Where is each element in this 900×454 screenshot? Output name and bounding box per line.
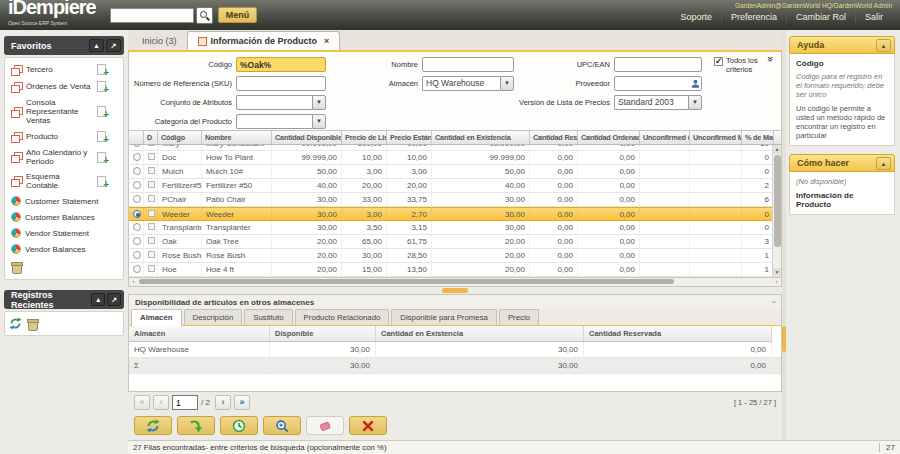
howto-collapse-button[interactable]: ▲	[876, 157, 891, 170]
history-button[interactable]	[220, 416, 258, 435]
availability-tab[interactable]: Precio	[499, 309, 539, 325]
col-nombre[interactable]: Nombre	[202, 131, 272, 144]
availability-tab[interactable]: Producto Relacionado	[295, 309, 390, 325]
new-record-icon[interactable]	[96, 176, 107, 187]
availability-row[interactable]: HQ Warehouse 30,00 30,00 0,00	[129, 342, 781, 358]
person-icon[interactable]	[691, 79, 700, 88]
collapse-search-icon[interactable]: »	[766, 56, 774, 62]
first-page-button[interactable]: «	[134, 395, 150, 410]
availability-tab[interactable]: Descripción	[184, 309, 243, 325]
table-row[interactable]: Transplanter Transplanter 30,00 3,50 3,1…	[129, 221, 781, 235]
tab-home[interactable]: Inicio (3)	[132, 32, 187, 50]
global-search-input[interactable]	[110, 8, 194, 23]
row-checkbox[interactable]	[148, 251, 155, 258]
col-codigo[interactable]: Código	[158, 131, 202, 144]
scroll-right-icon[interactable]: ›	[772, 278, 781, 285]
close-tab-icon[interactable]: ×	[324, 36, 329, 46]
new-record-icon[interactable]	[96, 131, 107, 142]
codigo-input[interactable]	[236, 57, 326, 72]
favorite-item[interactable]: Órdenes de Venta	[7, 78, 121, 95]
table-row[interactable]: Mulch Mulch 10# 50,00 3,00 3,00 50,00 0,…	[129, 165, 781, 179]
table-row[interactable]: Doc How To Plant 99.999,00 10,00 10,00 9…	[129, 151, 781, 165]
scroll-down-icon[interactable]: ▼	[773, 268, 781, 277]
row-radio[interactable]	[133, 237, 141, 245]
row-radio[interactable]	[133, 195, 141, 203]
favorite-report-item[interactable]: Vendor Balances	[7, 241, 121, 257]
new-record-icon[interactable]	[96, 64, 107, 75]
previous-page-button[interactable]: ‹	[153, 395, 169, 410]
availability-row[interactable]: Σ 30,00 30,00 0,00	[129, 358, 781, 374]
cancel-button[interactable]	[349, 416, 387, 435]
row-radio[interactable]	[133, 145, 141, 147]
sku-input[interactable]	[236, 76, 326, 91]
favorite-item[interactable]: Esquema Contable	[7, 169, 121, 193]
table-row[interactable]: Fertilizer#50 Fertilizer #50 40,00 20,00…	[129, 179, 781, 193]
help-collapse-button[interactable]: ▲	[876, 39, 891, 52]
row-checkbox[interactable]	[148, 145, 155, 146]
row-radio[interactable]	[133, 153, 141, 161]
row-radio[interactable]	[133, 251, 141, 259]
topbar-link[interactable]: Cambiar Rol	[786, 12, 855, 22]
chevron-down-icon[interactable]: ›	[769, 301, 779, 304]
col-reservada[interactable]: Cantidad Reservada	[530, 131, 578, 144]
row-checkbox[interactable]	[148, 167, 155, 174]
favorite-item[interactable]: Año Calendario y Periodo	[7, 145, 121, 169]
availability-tab[interactable]: Sustituto	[244, 309, 292, 325]
chevron-down-icon[interactable]: ▼	[688, 95, 702, 110]
row-checkbox[interactable]	[148, 223, 155, 230]
hscroll-thumb[interactable]	[139, 279, 674, 284]
topbar-link[interactable]: Salir	[855, 12, 892, 22]
col-select-all[interactable]: D	[144, 131, 158, 144]
refresh-icon[interactable]	[9, 317, 22, 330]
search-button[interactable]	[196, 7, 213, 24]
col-precio-estandar[interactable]: Precio Estándar	[387, 131, 432, 144]
col-existencia[interactable]: Cantidad en Existencia	[432, 131, 530, 144]
confirm-button[interactable]	[177, 416, 215, 435]
favorite-item[interactable]: Tercero	[7, 61, 121, 78]
scroll-left-icon[interactable]: ‹	[129, 278, 138, 285]
last-page-button[interactable]: »	[234, 395, 250, 410]
proveedor-input[interactable]	[614, 76, 702, 91]
nombre-input[interactable]	[422, 57, 514, 72]
almacen-select[interactable]: HQ Warehouse▼	[422, 76, 514, 91]
col-unconfirmed-move[interactable]: Unconfirmed Move	[690, 131, 742, 144]
availability-tab[interactable]: Disponible para Promesa	[391, 309, 497, 325]
recent-expand-icon[interactable]: ↗	[107, 293, 121, 306]
col-precio-lista[interactable]: Precio de Lista	[342, 131, 387, 144]
favorite-item[interactable]: Consola Representante Ventas	[7, 95, 121, 128]
chevron-down-icon[interactable]: ▼	[312, 95, 326, 110]
col-margen[interactable]: % de Margen	[742, 131, 774, 144]
new-record-icon[interactable]	[96, 106, 107, 117]
all-criteria-checkbox[interactable]	[714, 57, 723, 66]
tab-product-info[interactable]: Información de Producto ×	[187, 31, 341, 50]
favorite-report-item[interactable]: Customer Statement	[7, 193, 121, 209]
vertical-scrollbar[interactable]: ▲ ▼	[772, 145, 781, 277]
col-unconfirmed-qty[interactable]: Unconfirmed Qty	[640, 131, 690, 144]
menu-button[interactable]: Menú	[218, 7, 258, 23]
table-row[interactable]: Rose Bush Rose Bush 20,00 30,00 28,50 20…	[129, 249, 781, 263]
table-row[interactable]: Hoe Hoe 4 ft 20,00 15,00 13,50 20,00 0,0…	[129, 263, 781, 277]
row-radio[interactable]	[133, 223, 141, 231]
page-number-input[interactable]	[172, 395, 198, 410]
favorites-trash-icon[interactable]	[11, 261, 21, 272]
table-row[interactable]: Weeder Weeder 30,00 3,00 2,70 30,00 0,00…	[129, 207, 781, 221]
next-page-button[interactable]: ›	[215, 395, 231, 410]
recent-trash-icon[interactable]	[27, 318, 37, 329]
howto-product-info-link[interactable]: Información de Producto	[796, 191, 888, 209]
row-radio[interactable]	[133, 181, 141, 189]
scroll-thumb[interactable]	[774, 155, 781, 247]
favorites-expand-icon[interactable]: ↗	[106, 39, 121, 52]
favorite-item[interactable]: Producto	[7, 128, 121, 145]
recent-collapse-button[interactable]: ▴	[91, 293, 105, 306]
table-row[interactable]: PChair Patio Chair 30,00 33,00 33,75 30,…	[129, 193, 781, 207]
row-checkbox[interactable]	[148, 181, 155, 188]
lista-precios-select[interactable]: Standard 2003▼	[614, 95, 702, 110]
availability-tab[interactable]: Almacén	[131, 309, 182, 326]
row-checkbox[interactable]	[148, 195, 155, 202]
refresh-button[interactable]	[134, 416, 172, 435]
row-checkbox[interactable]	[148, 153, 155, 160]
reset-button[interactable]	[306, 416, 344, 435]
chevron-down-icon[interactable]: ▼	[500, 76, 514, 91]
upc-input[interactable]	[614, 57, 702, 72]
horizontal-scrollbar[interactable]: ‹ ›	[128, 278, 782, 287]
